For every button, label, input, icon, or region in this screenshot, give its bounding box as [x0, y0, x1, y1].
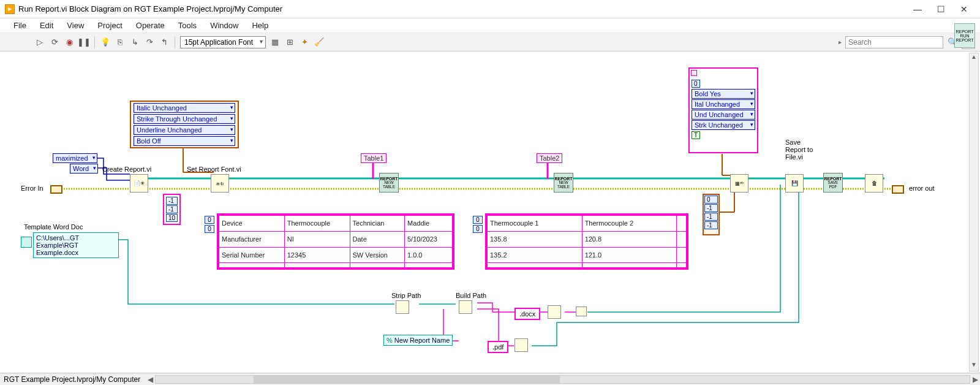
ext-pdf[interactable]: .pdf: [488, 341, 508, 353]
right-num-cluster[interactable]: 0 -1 -1 -1: [703, 194, 720, 235]
create-report-node[interactable]: 📄✳: [130, 174, 148, 192]
right-italic-ring[interactable]: Ital Unchanged: [692, 99, 755, 109]
table2-array[interactable]: Thermocouple 1Thermocouple 2 135.8120.8 …: [485, 213, 688, 270]
font-selector[interactable]: 15pt Application Font: [180, 36, 266, 48]
const-m1a[interactable]: -1: [166, 197, 178, 205]
align-icon[interactable]: ▦: [270, 37, 281, 48]
menu-edit[interactable]: Edit: [34, 20, 59, 31]
vi-icon-button[interactable]: REPORT RUN REPORT: [954, 23, 975, 48]
minimize-button[interactable]: —: [911, 4, 924, 14]
concat-node-2[interactable]: [514, 338, 528, 352]
menu-tools[interactable]: Tools: [172, 20, 203, 31]
template-path-control[interactable]: C:\Users\...GT Example\RGT Example.docx: [33, 232, 119, 258]
menu-operate[interactable]: Operate: [130, 20, 171, 31]
menu-help[interactable]: Help: [246, 20, 274, 31]
error-out-label: error out: [909, 185, 935, 192]
right-cluster[interactable]: 0 Bold Yes Ital Unchanged Und Unchanged …: [688, 67, 758, 153]
right-strike-ring[interactable]: Strk Unchanged: [692, 120, 755, 130]
cleanup-icon[interactable]: 🧹: [314, 37, 325, 48]
bold-ring[interactable]: Bold Off: [134, 136, 235, 146]
set-report-font-node[interactable]: a▫b: [211, 174, 229, 192]
rn-b[interactable]: -1: [704, 204, 718, 212]
reorder-icon[interactable]: ✦: [299, 37, 310, 48]
save-pdf-node[interactable]: REPORT SAVE PDF: [823, 173, 843, 192]
error-out-terminal[interactable]: [892, 185, 904, 194]
new-table-node-2[interactable]: REPORT NEW TABLE: [554, 173, 573, 192]
abort-icon[interactable]: ◉: [64, 37, 75, 48]
menubar: File Edit View Project Operate Tools Win…: [0, 18, 980, 33]
scroll-up-icon[interactable]: ▲: [970, 53, 978, 63]
strip-path-node[interactable]: [396, 300, 409, 314]
build-path-label: Build Path: [456, 292, 486, 299]
step-out-icon[interactable]: ↰: [159, 37, 170, 48]
pause-icon[interactable]: ❚❚: [78, 37, 89, 48]
search-dropdown-icon[interactable]: ▸: [839, 39, 842, 45]
table2-idx0[interactable]: 0: [473, 216, 483, 224]
run-icon[interactable]: ▷: [34, 37, 45, 48]
const-m1b[interactable]: -1: [166, 205, 178, 213]
rn-a[interactable]: 0: [704, 196, 718, 204]
search-input[interactable]: [845, 36, 943, 48]
vi-icon-bottom: RUN REPORT: [955, 34, 974, 42]
titlebar: ▶ Run Report.vi Block Diagram on RGT Exa…: [0, 0, 980, 18]
step-over-icon[interactable]: ↷: [144, 37, 155, 48]
new-report-name-control[interactable]: % New Report Name: [383, 335, 453, 346]
concat-node-1[interactable]: [548, 305, 561, 319]
right-bool-t[interactable]: T: [692, 131, 700, 139]
path-indicator-icon[interactable]: [21, 237, 32, 248]
menu-view[interactable]: View: [61, 20, 90, 31]
right-bold-ring[interactable]: Bold Yes: [692, 89, 755, 99]
new-table-node-1[interactable]: REPORT NEW TABLE: [379, 173, 399, 192]
menu-file[interactable]: File: [7, 20, 32, 31]
underline-ring[interactable]: Underline Unchanged: [134, 125, 235, 135]
vertical-scrollbar[interactable]: ▲ ▼: [969, 53, 979, 372]
scroll-left-icon[interactable]: ◀: [145, 375, 155, 384]
const-10[interactable]: 10: [166, 214, 178, 222]
close-button[interactable]: ✕: [958, 4, 970, 14]
build-path-node[interactable]: [459, 300, 472, 314]
scroll-down-icon[interactable]: ▼: [970, 361, 978, 371]
table1-idx1[interactable]: 0: [205, 225, 214, 233]
str-to-path-1[interactable]: [576, 307, 587, 316]
window-controls: — ☐ ✕: [911, 4, 970, 14]
right-underline-ring[interactable]: Und Unchanged: [692, 110, 755, 120]
step-in-icon[interactable]: ↳: [129, 37, 140, 48]
table2-idx1[interactable]: 0: [473, 225, 483, 233]
dispose-report-node[interactable]: 🗑: [865, 174, 883, 192]
menu-window[interactable]: Window: [204, 20, 244, 31]
rn-d[interactable]: -1: [704, 221, 718, 229]
set-font-label: Set Report Font.vi: [187, 166, 241, 173]
report-type-ring[interactable]: Word: [70, 164, 98, 173]
table1-array[interactable]: DeviceThermocoupleTechnicianMaddie Manuf…: [217, 213, 454, 270]
maximize-button[interactable]: ☐: [935, 4, 947, 14]
toolbar: ▷ ⟳ ◉ ❚❚ 💡 ⎘ ↳ ↷ ↰ 15pt Application Font…: [0, 33, 980, 51]
hscroll-thumb[interactable]: [254, 376, 560, 383]
italic-ring[interactable]: Italic Unchanged: [134, 103, 235, 113]
distribute-icon[interactable]: ⊞: [284, 37, 295, 48]
strip-path-label: Strip Path: [391, 292, 421, 299]
save-report-node[interactable]: 💾: [785, 174, 804, 192]
table2-bookmark[interactable]: Table2: [537, 153, 562, 163]
table1-idx0[interactable]: 0: [205, 216, 214, 224]
menu-project[interactable]: Project: [91, 20, 128, 31]
run-cont-icon[interactable]: ⟳: [49, 37, 60, 48]
error-in-terminal[interactable]: [50, 185, 62, 194]
horizontal-scrollbar[interactable]: ◀ ▶: [145, 375, 980, 384]
font-cluster[interactable]: Italic Unchanged Strike Through Unchange…: [130, 101, 239, 148]
rn-c[interactable]: -1: [704, 213, 718, 221]
retain-icon[interactable]: ⎘: [115, 37, 126, 48]
table1-bookmark[interactable]: Table1: [361, 153, 386, 163]
right-cluster-str[interactable]: [691, 70, 697, 76]
strike-ring[interactable]: Strike Through Unchanged: [134, 114, 235, 124]
template-doc-label: Template Word Doc: [24, 223, 83, 231]
block-diagram-canvas[interactable]: Error In error out maximized Word Create…: [2, 53, 968, 372]
window-title: Run Report.vi Block Diagram on RGT Examp…: [18, 4, 911, 13]
right-cluster-zero[interactable]: 0: [692, 80, 700, 88]
highlight-icon[interactable]: 💡: [100, 37, 111, 48]
ext-docx[interactable]: .docx: [514, 308, 540, 320]
size-array[interactable]: -1 -1 10: [163, 194, 181, 225]
scroll-right-icon[interactable]: ▶: [970, 375, 980, 384]
set-table-font-node[interactable]: ▦ᵃᵇ: [730, 174, 748, 192]
window-state-ring[interactable]: maximized: [53, 153, 97, 163]
app-icon: ▶: [5, 4, 15, 14]
